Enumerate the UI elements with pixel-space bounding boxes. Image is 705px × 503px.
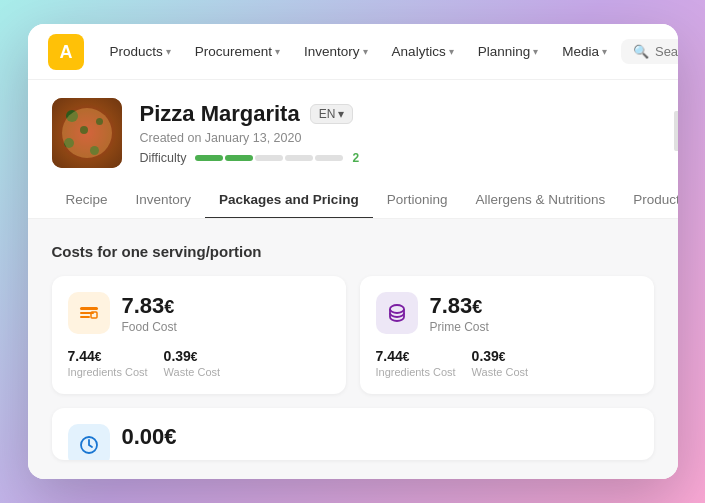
food-cost-value-block: 7.83€ Food Cost: [122, 293, 177, 334]
svg-rect-4: [80, 316, 90, 318]
difficulty-bar: [195, 155, 343, 161]
prime-cost-header: 7.83€ Prime Cost: [376, 292, 638, 334]
labour-cost-amount: 0.00€: [122, 424, 177, 450]
svg-point-6: [390, 305, 404, 313]
nav-item-planning[interactable]: Planning ▾: [468, 38, 549, 65]
prime-cost-sub-row: 7.44€ Ingredients Cost 0.39€ Waste Cost: [376, 348, 638, 378]
product-image: [52, 98, 122, 168]
search-icon: 🔍: [633, 44, 649, 59]
prime-cost-icon: [376, 292, 418, 334]
food-cost-header: 7.83€ Food Cost: [68, 292, 330, 334]
prime-cost-label: Prime Cost: [430, 320, 489, 334]
labour-cost-icon: [68, 424, 110, 460]
chevron-down-icon: ▾: [338, 107, 344, 121]
product-info: Pizza Margarita EN ▾ Created on January …: [140, 101, 654, 165]
tab-portioning[interactable]: Portioning: [373, 182, 462, 219]
food-cost-label: Food Cost: [122, 320, 177, 334]
product-header: Pizza Margarita EN ▾ Created on January …: [28, 80, 678, 182]
chevron-down-icon: ▾: [166, 46, 171, 57]
svg-text:A: A: [59, 42, 72, 62]
food-ingredients-cost: 7.44€ Ingredients Cost: [68, 348, 148, 378]
food-cost-icon: [68, 292, 110, 334]
food-cost-sub-row: 7.44€ Ingredients Cost 0.39€ Waste Cost: [68, 348, 330, 378]
nav-item-procurement[interactable]: Procurement ▾: [185, 38, 290, 65]
labour-cost-card-partial: 0.00€: [52, 408, 654, 460]
search-input[interactable]: [655, 44, 678, 59]
logo[interactable]: A: [48, 34, 84, 70]
section-title: Costs for one serving/portion: [52, 243, 654, 260]
prime-cost-amount: 7.83€: [430, 293, 489, 319]
food-waste-cost: 0.39€ Waste Cost: [164, 348, 220, 378]
prime-ingredients-cost: 7.44€ Ingredients Cost: [376, 348, 456, 378]
prime-cost-value-block: 7.83€ Prime Cost: [430, 293, 489, 334]
chevron-down-icon: ▾: [449, 46, 454, 57]
tab-recipe[interactable]: Recipe: [52, 182, 122, 219]
tab-inventory[interactable]: Inventory: [122, 182, 206, 219]
chevron-down-icon: ▾: [602, 46, 607, 57]
food-cost-card: 7.83€ Food Cost 7.44€ Ingredients Cost: [52, 276, 346, 394]
chevron-down-icon: ▾: [275, 46, 280, 57]
nav-item-analytics[interactable]: Analytics ▾: [382, 38, 464, 65]
food-cost-amount: 7.83€: [122, 293, 177, 319]
nav-bar: A Products ▾ Procurement ▾ Inventory ▾ A…: [28, 24, 678, 80]
chevron-down-icon: ▾: [533, 46, 538, 57]
product-title-row: Pizza Margarita EN ▾: [140, 101, 654, 127]
nav-item-media[interactable]: Media ▾: [552, 38, 617, 65]
chevron-down-icon: ▾: [363, 46, 368, 57]
tab-packages-pricing[interactable]: Packages and Pricing: [205, 182, 373, 219]
product-title: Pizza Margarita: [140, 101, 300, 127]
prime-cost-card: 7.83€ Prime Cost 7.44€ Ingredients Cost: [360, 276, 654, 394]
language-selector[interactable]: EN ▾: [310, 104, 354, 124]
nav-item-inventory[interactable]: Inventory ▾: [294, 38, 378, 65]
product-created-date: Created on January 13, 2020: [140, 131, 654, 145]
nav-item-products[interactable]: Products ▾: [100, 38, 181, 65]
main-content: Costs for one serving/portion: [28, 219, 678, 479]
main-window: A Products ▾ Procurement ▾ Inventory ▾ A…: [28, 24, 678, 479]
difficulty-row: Difficulty 2: [140, 151, 654, 165]
search-bar[interactable]: 🔍: [621, 39, 678, 64]
prime-waste-cost: 0.39€ Waste Cost: [472, 348, 528, 378]
tab-production[interactable]: Production T: [619, 182, 677, 219]
sub-nav: Recipe Inventory Packages and Pricing Po…: [28, 182, 678, 219]
svg-rect-2: [80, 307, 98, 310]
side-handle: [674, 111, 678, 151]
tab-allergens[interactable]: Allergens & Nutritions: [461, 182, 619, 219]
cost-grid: 7.83€ Food Cost 7.44€ Ingredients Cost: [52, 276, 654, 394]
